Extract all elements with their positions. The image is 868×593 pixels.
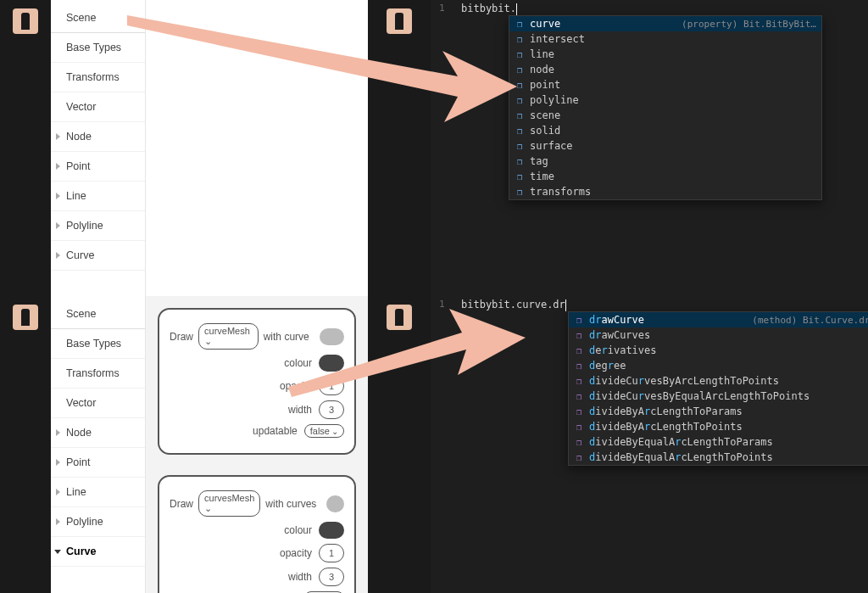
sidebar-item-base-types[interactable]: Base Types <box>51 329 145 359</box>
blocks-canvas: Draw curveMesh ⌄ with curve colour opaci… <box>146 296 368 593</box>
ac-item-scene[interactable]: ❒ scene <box>509 108 821 123</box>
ac-item-1[interactable]: ❒ drawCurves <box>569 327 868 343</box>
app-logo-icon <box>387 305 412 330</box>
sidebar-item-scene[interactable]: Scene <box>51 299 145 329</box>
cube-icon: ❒ <box>515 80 525 90</box>
sidebar-item-polyline[interactable]: Polyline <box>51 211 145 241</box>
ac-item-8[interactable]: ❒ divideByEqualArcLengthToParams <box>569 434 868 450</box>
ac-hint: (property) Bit.BitByBit… <box>665 19 816 30</box>
cube-icon: ❒ <box>515 141 525 151</box>
ac-item-curve[interactable]: ❒ curve(property) Bit.BitByBit… <box>509 16 821 31</box>
ac-item-3[interactable]: ❒ degree <box>569 358 868 373</box>
cube-icon: ❒ <box>574 437 584 447</box>
draw-label: Draw <box>170 498 193 510</box>
app-logo-icon <box>387 8 412 34</box>
sidebar-item-transforms[interactable]: Transforms <box>51 359 145 389</box>
ac-item-node[interactable]: ❒ node <box>509 62 821 77</box>
cube-icon: ❒ <box>515 49 525 59</box>
cube-icon: ❒ <box>515 126 525 136</box>
code-line[interactable]: bitbybit.curve.dr <box>461 299 566 311</box>
width-label: width <box>288 571 312 583</box>
colour-label: colour <box>284 357 312 369</box>
mesh-select[interactable]: curveMesh ⌄ <box>198 323 259 350</box>
cube-icon: ❒ <box>574 361 584 371</box>
opacity-label: opacity <box>280 380 312 392</box>
ac-item-time[interactable]: ❒ time <box>509 169 821 184</box>
cube-icon: ❒ <box>515 64 525 75</box>
ac-item-6[interactable]: ❒ divideByArcLengthToParams <box>569 404 868 419</box>
cube-icon: ❒ <box>515 187 525 197</box>
ac-item-5[interactable]: ❒ divideCurvesByEqualArcLengthToPoints <box>569 389 868 404</box>
ac-item-transforms[interactable]: ❒ transforms <box>509 184 821 199</box>
ac-item-0[interactable]: ❒ drawCurve(method) Bit.Curve.dr… <box>569 312 868 327</box>
opacity-input[interactable]: 1 <box>319 544 344 562</box>
autocomplete-popup[interactable]: ⓘ ❒ drawCurve(method) Bit.Curve.dr…❒ dra… <box>568 311 868 466</box>
cube-icon: ❒ <box>574 315 584 325</box>
draw-label: Draw <box>170 331 193 343</box>
sidebar-item-polyline[interactable]: Polyline <box>51 507 145 537</box>
ac-item-4[interactable]: ❒ divideCurvesByArcLengthToPoints <box>569 373 868 389</box>
sidebar-item-line[interactable]: Line <box>51 478 145 507</box>
sidebar-item-curve[interactable]: Curve <box>51 241 145 271</box>
code-editor[interactable]: 1 bitbybit. ❒ curve(property) Bit.BitByB… <box>368 0 868 296</box>
sidebar-item-point[interactable]: Point <box>51 152 145 182</box>
ac-item-solid[interactable]: ❒ solid <box>509 123 821 138</box>
cube-icon: ❒ <box>515 34 525 44</box>
ac-hint: (method) Bit.Curve.dr… <box>735 315 868 326</box>
width-label: width <box>288 404 312 416</box>
ac-item-point[interactable]: ❒ point <box>509 77 821 92</box>
colour-input[interactable] <box>319 355 344 372</box>
sidebar-item-vector[interactable]: Vector <box>51 389 145 418</box>
cube-icon: ❒ <box>574 376 584 386</box>
code-editor[interactable]: 1 bitbybit.curve.dr ⓘ ❒ drawCurve(method… <box>368 296 868 593</box>
ac-item-7[interactable]: ❒ divideByArcLengthToPoints <box>569 419 868 434</box>
sidebar-item-curve[interactable]: Curve <box>51 537 145 567</box>
ac-item-2[interactable]: ❒ derivatives <box>569 343 868 358</box>
with-label: with curve <box>264 331 309 343</box>
ac-item-9[interactable]: ❒ divideByEqualArcLengthToPoints <box>569 450 868 465</box>
updatable-select[interactable]: false <box>304 424 344 438</box>
sidebar-item-line[interactable]: Line <box>51 182 145 211</box>
sidebar-item-scene[interactable]: Scene <box>51 3 145 33</box>
sidebar-item-node[interactable]: Node <box>51 418 145 448</box>
block-draw-curve[interactable]: Draw curveMesh ⌄ with curve colour opaci… <box>158 308 356 455</box>
colour-input[interactable] <box>319 522 344 539</box>
cube-icon: ❒ <box>515 19 525 29</box>
sidebar: SceneBase TypesTransformsVectorNodePoint… <box>51 0 146 296</box>
ac-item-polyline[interactable]: ❒ polyline <box>509 92 821 108</box>
line-number: 1 <box>439 299 445 310</box>
width-input[interactable]: 3 <box>319 568 344 586</box>
sidebar: SceneBase TypesTransformsVectorNodePoint… <box>51 296 146 593</box>
input-socket[interactable] <box>326 495 344 512</box>
sidebar-item-node[interactable]: Node <box>51 122 145 152</box>
block-draw-curves[interactable]: Draw curvesMesh ⌄ with curves colour opa… <box>158 475 356 593</box>
ac-item-line[interactable]: ❒ line <box>509 47 821 62</box>
cube-icon: ❒ <box>574 345 584 355</box>
sidebar-item-base-types[interactable]: Base Types <box>51 33 145 63</box>
ac-item-intersect[interactable]: ❒ intersect <box>509 31 821 47</box>
opacity-input[interactable]: 1 <box>319 377 344 395</box>
colour-label: colour <box>284 524 312 536</box>
opacity-label: opacity <box>280 547 312 559</box>
sidebar-item-transforms[interactable]: Transforms <box>51 63 145 92</box>
input-socket[interactable] <box>320 328 344 345</box>
autocomplete-popup[interactable]: ❒ curve(property) Bit.BitByBit…❒ interse… <box>509 15 822 200</box>
ac-item-surface[interactable]: ❒ surface <box>509 138 821 154</box>
updatable-label: updatable <box>253 425 298 437</box>
ac-item-tag[interactable]: ❒ tag <box>509 154 821 169</box>
app-gutter <box>0 296 51 593</box>
sidebar-item-point[interactable]: Point <box>51 448 145 478</box>
cube-icon: ❒ <box>515 156 525 166</box>
width-input[interactable]: 3 <box>319 400 344 419</box>
sidebar-item-vector[interactable]: Vector <box>51 92 145 122</box>
mesh-select[interactable]: curvesMesh ⌄ <box>198 490 260 517</box>
code-line[interactable]: bitbybit. <box>461 3 517 15</box>
cube-icon: ❒ <box>574 406 584 417</box>
app-gutter <box>0 0 51 296</box>
app-logo-icon <box>13 305 38 330</box>
cube-icon: ❒ <box>574 330 584 340</box>
cube-icon: ❒ <box>515 110 525 120</box>
with-label: with curves <box>265 498 316 510</box>
cube-icon: ❒ <box>574 422 584 432</box>
cube-icon: ❒ <box>574 452 584 462</box>
